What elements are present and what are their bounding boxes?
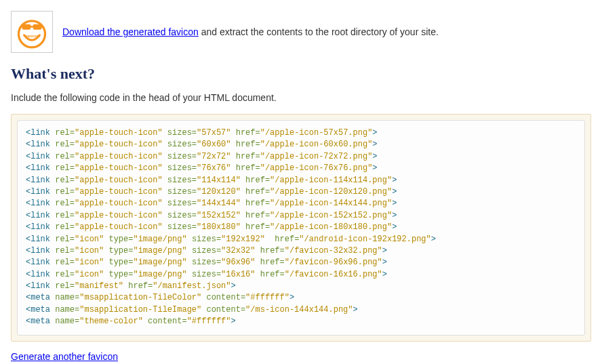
download-row: mancvnl Download the generated favicon a… (11, 11, 591, 53)
download-line: Download the generated favicon and extra… (62, 26, 439, 37)
svg-rect-2 (33, 24, 42, 30)
smiley-icon: mancvnl (14, 14, 49, 49)
code-panel: <link rel="apple-touch-icon" sizes="57x5… (11, 114, 591, 342)
download-suffix-text: and extract the contents to the root dir… (199, 26, 439, 37)
favicon-preview: mancvnl (11, 11, 53, 53)
svg-rect-3 (30, 26, 35, 27)
svg-text:mancvnl: mancvnl (24, 34, 39, 38)
whats-next-heading: What's next? (11, 65, 591, 83)
instruction-text: Include the following code in the head o… (11, 92, 591, 103)
code-block[interactable]: <link rel="apple-touch-icon" sizes="57x5… (17, 120, 585, 336)
svg-rect-1 (22, 24, 31, 30)
download-link[interactable]: Download the generated favicon (62, 26, 199, 37)
generate-another-link[interactable]: Generate another favicon (11, 351, 118, 362)
